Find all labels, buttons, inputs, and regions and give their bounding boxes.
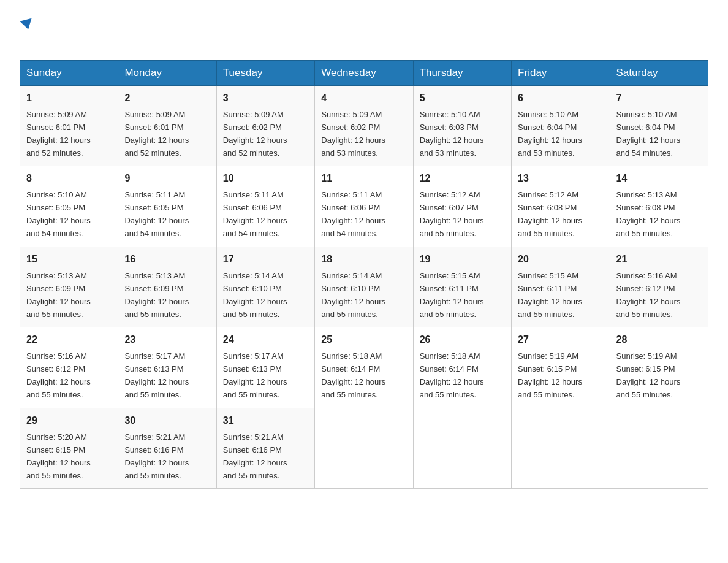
- day-info: Sunrise: 5:09 AMSunset: 6:02 PMDaylight:…: [321, 110, 385, 158]
- day-number: 18: [321, 252, 406, 267]
- calendar-day-cell: 6 Sunrise: 5:10 AMSunset: 6:04 PMDayligh…: [512, 86, 610, 166]
- day-info: Sunrise: 5:14 AMSunset: 6:10 PMDaylight:…: [223, 271, 287, 319]
- calendar-day-cell: 17 Sunrise: 5:14 AMSunset: 6:10 PMDaylig…: [216, 247, 314, 327]
- day-number: 28: [616, 332, 702, 348]
- day-number: 9: [124, 171, 210, 186]
- col-sunday: Sunday: [20, 61, 118, 86]
- day-info: Sunrise: 5:17 AMSunset: 6:13 PMDaylight:…: [124, 351, 189, 399]
- calendar-day-cell: [413, 408, 511, 488]
- day-number: 26: [420, 332, 505, 348]
- day-number: 22: [26, 332, 112, 348]
- calendar-day-cell: [610, 408, 708, 488]
- day-number: 23: [124, 332, 210, 348]
- day-info: Sunrise: 5:12 AMSunset: 6:08 PMDaylight:…: [518, 190, 582, 238]
- day-number: 8: [26, 171, 112, 186]
- calendar-day-cell: 5 Sunrise: 5:10 AMSunset: 6:03 PMDayligh…: [413, 86, 511, 166]
- day-number: 27: [518, 332, 603, 348]
- day-number: 30: [124, 413, 210, 429]
- calendar-day-cell: 31 Sunrise: 5:21 AMSunset: 6:16 PMDaylig…: [216, 408, 314, 488]
- day-info: Sunrise: 5:13 AMSunset: 6:08 PMDaylight:…: [616, 190, 681, 238]
- calendar-day-cell: [315, 408, 413, 488]
- calendar-day-cell: 21 Sunrise: 5:16 AMSunset: 6:12 PMDaylig…: [610, 247, 708, 327]
- calendar-day-cell: 9 Sunrise: 5:11 AMSunset: 6:05 PMDayligh…: [118, 166, 216, 247]
- calendar-day-cell: 27 Sunrise: 5:19 AMSunset: 6:15 PMDaylig…: [512, 327, 610, 408]
- day-number: 4: [321, 91, 406, 106]
- day-number: 7: [616, 91, 702, 106]
- day-info: Sunrise: 5:16 AMSunset: 6:12 PMDaylight:…: [26, 351, 91, 399]
- calendar-day-cell: 22 Sunrise: 5:16 AMSunset: 6:12 PMDaylig…: [20, 327, 118, 408]
- day-number: 5: [420, 91, 505, 106]
- calendar-day-cell: 14 Sunrise: 5:13 AMSunset: 6:08 PMDaylig…: [610, 166, 708, 247]
- day-number: 20: [518, 252, 603, 267]
- day-info: Sunrise: 5:09 AMSunset: 6:01 PMDaylight:…: [26, 110, 91, 158]
- day-info: Sunrise: 5:10 AMSunset: 6:03 PMDaylight:…: [420, 110, 484, 158]
- day-number: 14: [616, 171, 702, 186]
- calendar-day-cell: 11 Sunrise: 5:11 AMSunset: 6:06 PMDaylig…: [315, 166, 413, 247]
- calendar-day-cell: 12 Sunrise: 5:12 AMSunset: 6:07 PMDaylig…: [413, 166, 511, 247]
- day-info: Sunrise: 5:14 AMSunset: 6:10 PMDaylight:…: [321, 271, 385, 319]
- day-number: 16: [124, 252, 210, 267]
- calendar-day-cell: 1 Sunrise: 5:09 AMSunset: 6:01 PMDayligh…: [20, 86, 118, 166]
- calendar-day-cell: 8 Sunrise: 5:10 AMSunset: 6:05 PMDayligh…: [20, 166, 118, 247]
- calendar-day-cell: 28 Sunrise: 5:19 AMSunset: 6:15 PMDaylig…: [610, 327, 708, 408]
- day-number: 15: [26, 252, 112, 267]
- calendar-day-cell: 4 Sunrise: 5:09 AMSunset: 6:02 PMDayligh…: [315, 86, 413, 166]
- calendar-day-cell: 2 Sunrise: 5:09 AMSunset: 6:01 PMDayligh…: [118, 86, 216, 166]
- col-friday: Friday: [512, 61, 610, 86]
- calendar-header-row: Sunday Monday Tuesday Wednesday Thursday…: [20, 61, 708, 86]
- day-info: Sunrise: 5:15 AMSunset: 6:11 PMDaylight:…: [420, 271, 484, 319]
- day-number: 6: [518, 91, 603, 106]
- day-number: 1: [26, 91, 112, 106]
- calendar-day-cell: 15 Sunrise: 5:13 AMSunset: 6:09 PMDaylig…: [20, 247, 118, 327]
- day-info: Sunrise: 5:10 AMSunset: 6:05 PMDaylight:…: [26, 190, 91, 238]
- day-number: 19: [420, 252, 505, 267]
- col-thursday: Thursday: [413, 61, 511, 86]
- calendar-day-cell: 26 Sunrise: 5:18 AMSunset: 6:14 PMDaylig…: [413, 327, 511, 408]
- col-wednesday: Wednesday: [315, 61, 413, 86]
- day-info: Sunrise: 5:13 AMSunset: 6:09 PMDaylight:…: [124, 271, 189, 319]
- calendar-day-cell: 30 Sunrise: 5:21 AMSunset: 6:16 PMDaylig…: [118, 408, 216, 488]
- calendar-week-row: 15 Sunrise: 5:13 AMSunset: 6:09 PMDaylig…: [20, 247, 708, 327]
- day-info: Sunrise: 5:13 AMSunset: 6:09 PMDaylight:…: [26, 271, 91, 319]
- day-info: Sunrise: 5:15 AMSunset: 6:11 PMDaylight:…: [518, 271, 582, 319]
- day-info: Sunrise: 5:18 AMSunset: 6:14 PMDaylight:…: [321, 351, 385, 399]
- day-number: 2: [124, 91, 210, 106]
- day-number: 31: [223, 413, 308, 429]
- calendar-day-cell: 18 Sunrise: 5:14 AMSunset: 6:10 PMDaylig…: [315, 247, 413, 327]
- day-info: Sunrise: 5:11 AMSunset: 6:05 PMDaylight:…: [124, 190, 189, 238]
- day-info: Sunrise: 5:19 AMSunset: 6:15 PMDaylight:…: [518, 351, 582, 399]
- calendar-day-cell: 10 Sunrise: 5:11 AMSunset: 6:06 PMDaylig…: [216, 166, 314, 247]
- day-info: Sunrise: 5:12 AMSunset: 6:07 PMDaylight:…: [420, 190, 484, 238]
- day-info: Sunrise: 5:19 AMSunset: 6:15 PMDaylight:…: [616, 351, 681, 399]
- day-number: 24: [223, 332, 308, 348]
- calendar-day-cell: 16 Sunrise: 5:13 AMSunset: 6:09 PMDaylig…: [118, 247, 216, 327]
- day-info: Sunrise: 5:21 AMSunset: 6:16 PMDaylight:…: [124, 432, 189, 480]
- calendar-day-cell: 29 Sunrise: 5:20 AMSunset: 6:15 PMDaylig…: [20, 408, 118, 488]
- day-number: 12: [420, 171, 505, 186]
- calendar-week-row: 29 Sunrise: 5:20 AMSunset: 6:15 PMDaylig…: [20, 408, 708, 488]
- calendar-day-cell: [512, 408, 610, 488]
- day-info: Sunrise: 5:09 AMSunset: 6:01 PMDaylight:…: [124, 110, 189, 158]
- calendar-day-cell: 7 Sunrise: 5:10 AMSunset: 6:04 PMDayligh…: [610, 86, 708, 166]
- day-number: 17: [223, 252, 308, 267]
- col-tuesday: Tuesday: [216, 61, 314, 86]
- day-number: 21: [616, 252, 702, 267]
- day-info: Sunrise: 5:20 AMSunset: 6:15 PMDaylight:…: [26, 432, 91, 480]
- day-number: 11: [321, 171, 406, 186]
- day-info: Sunrise: 5:11 AMSunset: 6:06 PMDaylight:…: [321, 190, 385, 238]
- calendar-day-cell: 20 Sunrise: 5:15 AMSunset: 6:11 PMDaylig…: [512, 247, 610, 327]
- calendar-week-row: 1 Sunrise: 5:09 AMSunset: 6:01 PMDayligh…: [20, 86, 708, 166]
- day-info: Sunrise: 5:11 AMSunset: 6:06 PMDaylight:…: [223, 190, 287, 238]
- day-info: Sunrise: 5:16 AMSunset: 6:12 PMDaylight:…: [616, 271, 681, 319]
- calendar-day-cell: 19 Sunrise: 5:15 AMSunset: 6:11 PMDaylig…: [413, 247, 511, 327]
- day-number: 25: [321, 332, 406, 348]
- calendar-day-cell: 13 Sunrise: 5:12 AMSunset: 6:08 PMDaylig…: [512, 166, 610, 247]
- calendar-day-cell: 24 Sunrise: 5:17 AMSunset: 6:13 PMDaylig…: [216, 327, 314, 408]
- day-info: Sunrise: 5:18 AMSunset: 6:14 PMDaylight:…: [420, 351, 484, 399]
- day-info: Sunrise: 5:09 AMSunset: 6:02 PMDaylight:…: [223, 110, 287, 158]
- day-number: 10: [223, 171, 308, 186]
- day-info: Sunrise: 5:10 AMSunset: 6:04 PMDaylight:…: [616, 110, 681, 158]
- day-number: 29: [26, 413, 112, 429]
- day-info: Sunrise: 5:21 AMSunset: 6:16 PMDaylight:…: [223, 432, 287, 480]
- col-saturday: Saturday: [610, 61, 708, 86]
